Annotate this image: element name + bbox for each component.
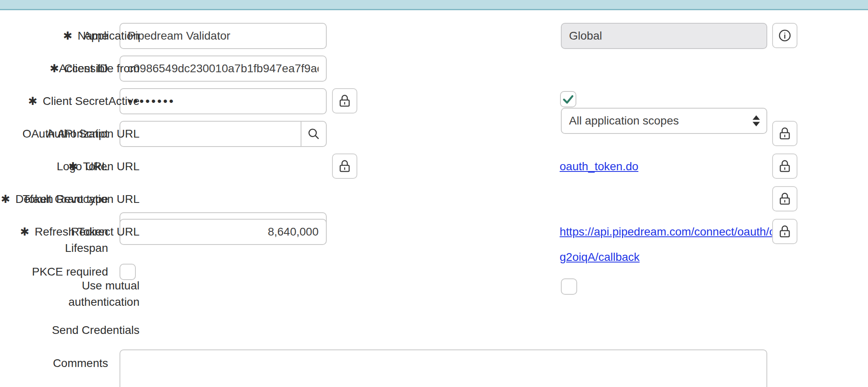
- token-url-link[interactable]: oauth_token.do: [560, 153, 638, 180]
- client-secret-input[interactable]: [120, 88, 327, 114]
- form-header-bar: [0, 0, 868, 10]
- refresh-token-lifespan-input[interactable]: [120, 219, 327, 245]
- search-icon: [307, 127, 320, 140]
- authorization-url-label: Authorization URL: [0, 121, 140, 147]
- checkmark-icon: [562, 93, 575, 106]
- oauth-registry-form: ✱ Name ✱ Client ID ✱ Client Secret OAuth…: [0, 0, 868, 387]
- lock-icon: [779, 192, 791, 206]
- info-icon: [778, 29, 791, 42]
- logo-url-lock-button[interactable]: [332, 153, 357, 179]
- use-mutual-authentication-checkbox[interactable]: [561, 278, 577, 295]
- authorization-url-lock-button[interactable]: [772, 121, 797, 146]
- lock-icon: [779, 225, 791, 238]
- use-mutual-authentication-label: Use mutual authentication: [0, 278, 140, 310]
- redirect-url-link[interactable]: https://api.pipedream.com/connect/oauth/…: [560, 219, 768, 270]
- application-label: Application: [0, 23, 140, 49]
- client-secret-lock-button[interactable]: [332, 88, 357, 113]
- token-revocation-url-label: Token Revocation URL: [0, 186, 140, 212]
- application-input: [561, 23, 767, 49]
- reference-lookup-button[interactable]: [301, 122, 326, 146]
- application-info-button[interactable]: [772, 23, 797, 48]
- lock-icon: [779, 159, 791, 173]
- client-id-input[interactable]: [120, 56, 327, 82]
- token-url-lock-button[interactable]: [772, 153, 797, 179]
- accessible-from-select[interactable]: All application scopes: [561, 108, 767, 134]
- select-arrows-icon: [753, 116, 760, 127]
- redirect-url-label: Redirect URL: [0, 219, 140, 245]
- lock-icon: [779, 127, 791, 140]
- comments-textarea[interactable]: [120, 349, 767, 387]
- send-credentials-label: Send Credentials: [0, 317, 140, 343]
- active-label: Active: [0, 88, 140, 114]
- oauth-api-script-input[interactable]: [120, 121, 327, 147]
- lock-icon: [339, 159, 351, 173]
- name-input[interactable]: [120, 23, 327, 49]
- active-checkbox[interactable]: [560, 91, 576, 107]
- lock-icon: [339, 94, 351, 108]
- token-revocation-url-lock-button[interactable]: [772, 186, 797, 211]
- token-url-label: ✱ Token URL: [0, 153, 140, 180]
- required-marker: ✱: [69, 160, 78, 173]
- accessible-from-label: Accessible from: [0, 56, 140, 82]
- comments-label: Comments: [0, 350, 108, 376]
- redirect-url-lock-button[interactable]: [772, 219, 797, 244]
